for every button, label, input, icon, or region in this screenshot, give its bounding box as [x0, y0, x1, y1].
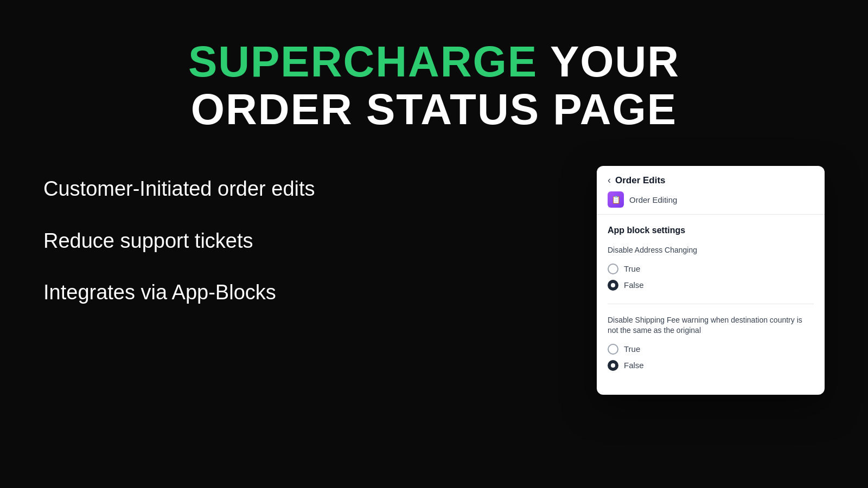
setting-group-2: Disable Shipping Fee warning when destin… — [608, 315, 814, 371]
app-name-label: Order Editing — [629, 195, 677, 204]
radio-text-true-2: True — [624, 344, 640, 354]
feature-item-2: Reduce support tickets — [43, 229, 564, 254]
radio-text-false-2: False — [624, 361, 644, 370]
section-title: App block settings — [608, 226, 814, 235]
panel-container: ‹ Order Edits 📋 Order Editing App block … — [597, 166, 825, 395]
radio-outer-false-2 — [608, 360, 618, 371]
panel-body: App block settings Disable Address Chang… — [597, 215, 825, 395]
radio-text-false-1: False — [624, 280, 644, 290]
radio-option-true-2[interactable]: True — [608, 344, 814, 355]
title-line2: ORDER STATUS PAGE — [191, 85, 677, 133]
feature-item-3: Integrates via App-Blocks — [43, 280, 564, 305]
radio-inner-false-1 — [611, 283, 615, 287]
main-content: Customer-Initiated order edits Reduce su… — [0, 166, 868, 395]
title-normal: YOUR — [538, 37, 680, 86]
divider — [608, 304, 814, 304]
features-list: Customer-Initiated order edits Reduce su… — [43, 166, 564, 305]
setting-label-1: Disable Address Changing — [608, 245, 814, 256]
app-icon-emoji: 📋 — [611, 195, 621, 204]
feature-item-1: Customer-Initiated order edits — [43, 177, 564, 202]
radio-option-false-2[interactable]: False — [608, 360, 814, 371]
setting-group-1: Disable Address Changing True False — [608, 245, 814, 291]
page-container: SUPERCHARGE YOUR ORDER STATUS PAGE Custo… — [0, 0, 868, 488]
title-highlight: SUPERCHARGE — [188, 37, 538, 86]
panel-nav: ‹ Order Edits — [608, 175, 814, 186]
radio-options-1: True False — [608, 264, 814, 291]
settings-panel: ‹ Order Edits 📋 Order Editing App block … — [597, 166, 825, 395]
main-title: SUPERCHARGE YOUR ORDER STATUS PAGE — [188, 38, 680, 133]
header-section: SUPERCHARGE YOUR ORDER STATUS PAGE — [188, 38, 680, 133]
radio-option-true-1[interactable]: True — [608, 264, 814, 274]
radio-option-false-1[interactable]: False — [608, 280, 814, 291]
app-icon: 📋 — [608, 191, 624, 208]
radio-text-true-1: True — [624, 264, 640, 273]
radio-options-2: True False — [608, 344, 814, 371]
radio-outer-false-1 — [608, 280, 618, 291]
radio-outer-true-1 — [608, 264, 618, 274]
panel-app-row: 📋 Order Editing — [608, 191, 814, 208]
setting-label-2: Disable Shipping Fee warning when destin… — [608, 315, 814, 336]
radio-inner-false-2 — [611, 363, 615, 368]
panel-nav-title: Order Edits — [615, 175, 666, 186]
panel-header: ‹ Order Edits 📋 Order Editing — [597, 166, 825, 215]
back-chevron-icon[interactable]: ‹ — [608, 175, 611, 186]
radio-outer-true-2 — [608, 344, 618, 355]
